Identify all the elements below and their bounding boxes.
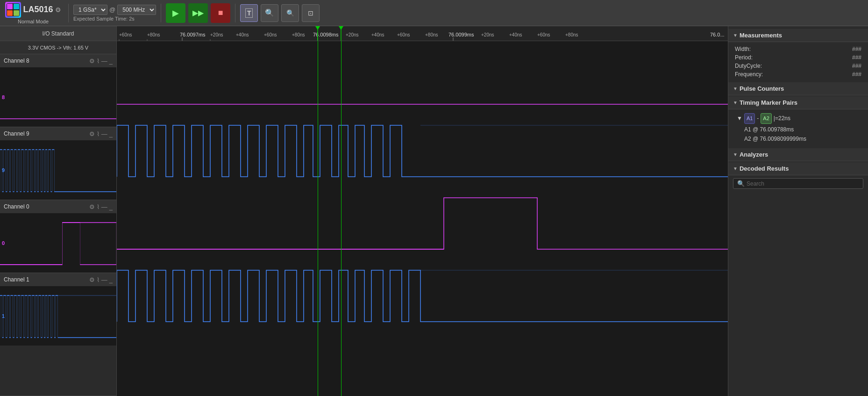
- frequency-value: ###: [852, 71, 861, 78]
- play-button[interactable]: ▶: [166, 3, 185, 23]
- sep2: [161, 4, 161, 22]
- channel-row-8: Channel 8 ⚙ ⌇ — _ 8: [0, 54, 116, 127]
- decoded-results-section: ▼ Decoded Results 🔍: [728, 162, 868, 192]
- svg-text:+80ns: +80ns: [425, 32, 438, 37]
- main-content: I/O Standard 3.3V CMOS -> Vth: 1.65 V Ch…: [0, 26, 868, 396]
- svg-rect-39: [117, 114, 728, 186]
- io-standard-value: 3.3V CMOS -> Vth: 1.65 V: [0, 41, 116, 54]
- channel-8-icons: ⚙ ⌇ — _: [89, 58, 113, 65]
- channel-0-underscore-icon[interactable]: _: [109, 203, 113, 210]
- svg-rect-3: [7, 10, 13, 16]
- zoom-fit-icon: ⊡: [308, 9, 313, 17]
- channel-0-signal-icon[interactable]: ⌇: [97, 203, 100, 210]
- search-icon: 🔍: [737, 180, 745, 187]
- marker-a1-badge: A1: [744, 113, 755, 124]
- svg-text:+40ns: +40ns: [236, 32, 249, 37]
- waveform-ch8-area: [117, 41, 728, 114]
- waveform-ch0-svg: [117, 186, 728, 259]
- channel-1-body: 1: [0, 286, 116, 346]
- channel-9-label: Channel 9: [4, 130, 29, 137]
- decoded-results-header[interactable]: ▼ Decoded Results: [728, 162, 868, 175]
- play-icon: ▶: [172, 8, 179, 18]
- zoom-fit-button[interactable]: ⊡: [302, 4, 320, 22]
- io-standard-header: I/O Standard: [0, 26, 116, 41]
- measurement-dutycycle: DutyCycle: ###: [735, 62, 861, 70]
- timing-a2-value: A2 @ 76.0098099999ms: [737, 134, 860, 144]
- channel-9-signal-icon[interactable]: ⌇: [97, 130, 100, 137]
- channel-8-header: Channel 8 ⚙ ⌇ — _: [0, 54, 116, 67]
- sample-rate-dropdown[interactable]: 1 GSa*: [73, 5, 107, 15]
- sep1: [68, 4, 69, 22]
- frequency-dropdown[interactable]: 500 MHz: [117, 5, 156, 15]
- channel-underscore-icon[interactable]: _: [109, 58, 113, 65]
- svg-text:76.0099ms: 76.0099ms: [448, 32, 474, 37]
- mode-label: Normal Mode: [18, 19, 49, 24]
- svg-rect-2: [14, 4, 19, 9]
- channel-1-label: Channel 1: [4, 276, 29, 283]
- at-label: @: [109, 6, 115, 13]
- svg-text:+80ns: +80ns: [147, 32, 160, 37]
- dutycycle-value: ###: [852, 63, 861, 69]
- analyzers-arrow: ▼: [733, 152, 738, 157]
- cursor-tool-button[interactable]: T: [240, 4, 258, 22]
- timing-a1-value: A1 @ 76.009788ms: [737, 125, 860, 134]
- dutycycle-label: DutyCycle:: [735, 63, 762, 69]
- sep3: [235, 4, 235, 22]
- logo-block: LA5016 ⚙ Normal Mode: [3, 2, 64, 24]
- svg-text:76.0098ms: 76.0098ms: [313, 32, 339, 37]
- waveform-canvas: [117, 41, 728, 396]
- channel-9-minus-icon[interactable]: —: [101, 130, 107, 137]
- waveform-ch9-area: [117, 114, 728, 186]
- channel-0-body: 0: [0, 213, 116, 273]
- cursor-a1-line: [318, 41, 318, 396]
- svg-text:+60ns: +60ns: [119, 32, 132, 37]
- channel-1-icons: ⚙ ⌇ — _: [89, 276, 113, 283]
- stop-button[interactable]: ■: [211, 3, 230, 23]
- channel-9-header: Channel 9 ⚙ ⌇ — _: [0, 127, 116, 140]
- pulse-counters-title: Pulse Counters: [740, 85, 784, 92]
- channel-9-underscore-icon[interactable]: _: [109, 130, 113, 137]
- channel-1-minus-icon[interactable]: —: [101, 276, 107, 283]
- channel-1-underscore-icon[interactable]: _: [109, 276, 113, 283]
- svg-text:+60ns: +60ns: [537, 32, 550, 37]
- channel-0-label: Channel 0: [4, 203, 29, 210]
- measurements-header[interactable]: ▼ Measurements: [728, 29, 868, 42]
- search-input[interactable]: [747, 180, 859, 187]
- stop-icon: ■: [218, 8, 223, 18]
- timing-markers-header[interactable]: ▼ Timing Marker Pairs: [728, 96, 868, 109]
- search-box: 🔍: [733, 178, 863, 189]
- analyzers-header[interactable]: ▼ Analyzers: [728, 148, 868, 161]
- channel-8-label: Channel 8: [4, 58, 29, 64]
- channel-8-waveform: [0, 67, 116, 127]
- logo-icon: [5, 2, 21, 18]
- svg-text:+40ns: +40ns: [509, 32, 522, 37]
- svg-text:+20ns: +20ns: [210, 32, 223, 37]
- frequency-label: Frequency:: [735, 71, 763, 78]
- channel-0-waveform: [0, 213, 116, 273]
- channel-settings-icon[interactable]: ⚙: [89, 58, 95, 65]
- svg-rect-41: [117, 186, 728, 259]
- channel-signal-icon[interactable]: ⌇: [97, 58, 100, 65]
- measurement-period: Period: ###: [735, 53, 861, 62]
- cursor-a2-line: [341, 41, 342, 396]
- channel-1-signal-icon[interactable]: ⌇: [97, 276, 100, 283]
- channel-0-minus-icon[interactable]: —: [101, 203, 107, 210]
- channel-1-settings-icon[interactable]: ⚙: [89, 276, 95, 283]
- zoom-out-button[interactable]: 🔍: [281, 4, 299, 22]
- channel-9-settings-icon[interactable]: ⚙: [89, 130, 95, 137]
- device-title: LA5016: [23, 5, 53, 14]
- gear-icon[interactable]: ⚙: [55, 6, 61, 14]
- zoom-in-button[interactable]: 🔍: [261, 4, 278, 22]
- channel-0-num: 0: [2, 240, 5, 246]
- toolbar: LA5016 ⚙ Normal Mode 1 GSa* @ 500 MHz Ex…: [0, 0, 868, 26]
- period-label: Period:: [735, 54, 753, 61]
- svg-text:+20ns: +20ns: [481, 32, 494, 37]
- channel-9-num: 9: [2, 167, 5, 173]
- channel-minus-icon[interactable]: —: [101, 58, 107, 65]
- channel-0-settings-icon[interactable]: ⚙: [89, 203, 95, 210]
- play2-button[interactable]: ▶▶: [188, 3, 208, 23]
- svg-rect-8: [117, 26, 728, 41]
- timing-diff-row: ▼ A1 - A2 |=22ns: [737, 113, 860, 124]
- pulse-counters-header[interactable]: ▼ Pulse Counters: [728, 82, 868, 95]
- channel-0-header: Channel 0 ⚙ ⌇ — _: [0, 200, 116, 213]
